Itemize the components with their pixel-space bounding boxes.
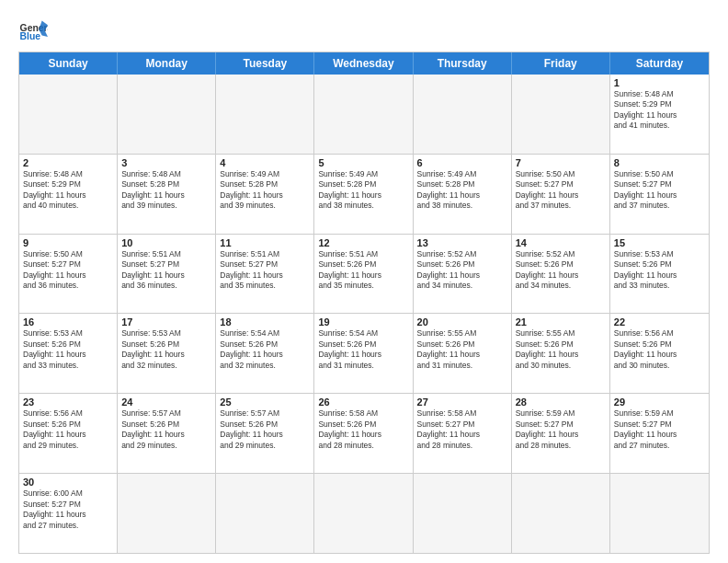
calendar-cell xyxy=(118,75,216,154)
cell-content: Sunrise: 5:50 AM Sunset: 5:27 PM Dayligh… xyxy=(614,169,705,212)
calendar-row-1: 1Sunrise: 5:48 AM Sunset: 5:29 PM Daylig… xyxy=(19,75,709,154)
cell-content: Sunrise: 5:51 AM Sunset: 5:27 PM Dayligh… xyxy=(121,249,211,292)
calendar-cell: 11Sunrise: 5:51 AM Sunset: 5:27 PM Dayli… xyxy=(216,235,314,314)
day-number: 26 xyxy=(318,396,408,408)
header-day-wednesday: Wednesday xyxy=(314,52,413,75)
cell-content: Sunrise: 5:48 AM Sunset: 5:29 PM Dayligh… xyxy=(23,169,113,212)
day-number: 19 xyxy=(318,316,408,327)
calendar-header: SundayMondayTuesdayWednesdayThursdayFrid… xyxy=(19,52,709,75)
calendar-cell: 10Sunrise: 5:51 AM Sunset: 5:27 PM Dayli… xyxy=(118,235,216,314)
header-day-saturday: Saturday xyxy=(610,52,709,75)
cell-content: Sunrise: 5:57 AM Sunset: 5:26 PM Dayligh… xyxy=(121,408,211,451)
calendar-cell xyxy=(610,474,709,553)
day-number: 5 xyxy=(318,157,408,168)
day-number: 13 xyxy=(417,237,507,248)
calendar-cell: 19Sunrise: 5:54 AM Sunset: 5:26 PM Dayli… xyxy=(314,314,413,393)
day-number: 23 xyxy=(23,396,113,408)
cell-content: Sunrise: 5:55 AM Sunset: 5:26 PM Dayligh… xyxy=(417,328,507,371)
calendar-cell: 20Sunrise: 5:55 AM Sunset: 5:26 PM Dayli… xyxy=(414,314,512,393)
cell-content: Sunrise: 5:54 AM Sunset: 5:26 PM Dayligh… xyxy=(220,328,310,371)
calendar-cell: 18Sunrise: 5:54 AM Sunset: 5:26 PM Dayli… xyxy=(216,314,314,393)
cell-content: Sunrise: 6:00 AM Sunset: 5:27 PM Dayligh… xyxy=(23,488,113,531)
calendar-cell: 2Sunrise: 5:48 AM Sunset: 5:29 PM Daylig… xyxy=(19,155,118,234)
calendar-cell: 1Sunrise: 5:48 AM Sunset: 5:29 PM Daylig… xyxy=(610,75,709,154)
cell-content: Sunrise: 5:51 AM Sunset: 5:26 PM Dayligh… xyxy=(318,249,408,292)
day-number: 21 xyxy=(516,316,606,327)
calendar-cell: 4Sunrise: 5:49 AM Sunset: 5:28 PM Daylig… xyxy=(216,155,314,234)
header-day-friday: Friday xyxy=(512,52,610,75)
calendar-cell: 22Sunrise: 5:56 AM Sunset: 5:26 PM Dayli… xyxy=(610,314,709,393)
calendar-row-4: 16Sunrise: 5:53 AM Sunset: 5:26 PM Dayli… xyxy=(19,313,709,393)
day-number: 22 xyxy=(614,316,705,327)
calendar-cell: 12Sunrise: 5:51 AM Sunset: 5:26 PM Dayli… xyxy=(314,235,413,314)
calendar-cell xyxy=(118,474,216,553)
calendar-cell: 21Sunrise: 5:55 AM Sunset: 5:26 PM Dayli… xyxy=(512,314,610,393)
header-day-thursday: Thursday xyxy=(414,52,512,75)
cell-content: Sunrise: 5:48 AM Sunset: 5:29 PM Dayligh… xyxy=(614,89,705,132)
calendar-cell xyxy=(414,474,512,553)
calendar-row-6: 30Sunrise: 6:00 AM Sunset: 5:27 PM Dayli… xyxy=(19,473,709,553)
day-number: 17 xyxy=(121,316,211,327)
calendar-cell: 23Sunrise: 5:56 AM Sunset: 5:26 PM Dayli… xyxy=(19,394,118,473)
calendar-cell: 30Sunrise: 6:00 AM Sunset: 5:27 PM Dayli… xyxy=(19,474,118,553)
calendar-cell xyxy=(314,474,413,553)
cell-content: Sunrise: 5:58 AM Sunset: 5:27 PM Dayligh… xyxy=(417,408,507,451)
calendar-cell: 7Sunrise: 5:50 AM Sunset: 5:27 PM Daylig… xyxy=(512,155,610,234)
calendar-row-2: 2Sunrise: 5:48 AM Sunset: 5:29 PM Daylig… xyxy=(19,154,709,234)
calendar-cell: 14Sunrise: 5:52 AM Sunset: 5:26 PM Dayli… xyxy=(512,235,610,314)
calendar: SundayMondayTuesdayWednesdayThursdayFrid… xyxy=(18,52,710,554)
calendar-cell: 13Sunrise: 5:52 AM Sunset: 5:26 PM Dayli… xyxy=(414,235,512,314)
day-number: 3 xyxy=(121,157,211,168)
cell-content: Sunrise: 5:53 AM Sunset: 5:26 PM Dayligh… xyxy=(614,249,705,292)
day-number: 7 xyxy=(516,157,606,168)
calendar-cell xyxy=(512,474,610,553)
cell-content: Sunrise: 5:59 AM Sunset: 5:27 PM Dayligh… xyxy=(516,408,606,451)
calendar-cell: 27Sunrise: 5:58 AM Sunset: 5:27 PM Dayli… xyxy=(414,394,512,473)
day-number: 14 xyxy=(516,237,606,248)
calendar-cell: 16Sunrise: 5:53 AM Sunset: 5:26 PM Dayli… xyxy=(19,314,118,393)
cell-content: Sunrise: 5:57 AM Sunset: 5:26 PM Dayligh… xyxy=(220,408,310,451)
svg-text:Blue: Blue xyxy=(20,31,41,41)
day-number: 24 xyxy=(121,396,211,408)
calendar-cell: 6Sunrise: 5:49 AM Sunset: 5:28 PM Daylig… xyxy=(414,155,512,234)
day-number: 16 xyxy=(23,316,113,327)
day-number: 4 xyxy=(220,157,310,168)
day-number: 15 xyxy=(614,237,705,248)
day-number: 11 xyxy=(220,237,310,248)
calendar-cell: 28Sunrise: 5:59 AM Sunset: 5:27 PM Dayli… xyxy=(512,394,610,473)
day-number: 18 xyxy=(220,316,310,327)
calendar-cell: 3Sunrise: 5:48 AM Sunset: 5:28 PM Daylig… xyxy=(118,155,216,234)
day-number: 2 xyxy=(23,157,113,168)
cell-content: Sunrise: 5:53 AM Sunset: 5:26 PM Dayligh… xyxy=(23,328,113,371)
calendar-cell: 26Sunrise: 5:58 AM Sunset: 5:26 PM Dayli… xyxy=(314,394,413,473)
cell-content: Sunrise: 5:49 AM Sunset: 5:28 PM Dayligh… xyxy=(417,169,507,212)
day-number: 27 xyxy=(417,396,507,408)
cell-content: Sunrise: 5:59 AM Sunset: 5:27 PM Dayligh… xyxy=(614,408,705,451)
calendar-cell: 15Sunrise: 5:53 AM Sunset: 5:26 PM Dayli… xyxy=(610,235,709,314)
cell-content: Sunrise: 5:49 AM Sunset: 5:28 PM Dayligh… xyxy=(318,169,408,212)
day-number: 12 xyxy=(318,237,408,248)
header: General Blue xyxy=(18,15,710,44)
calendar-cell xyxy=(512,75,610,154)
header-day-monday: Monday xyxy=(118,52,216,75)
day-number: 1 xyxy=(614,77,705,88)
cell-content: Sunrise: 5:56 AM Sunset: 5:26 PM Dayligh… xyxy=(614,328,705,371)
calendar-cell: 8Sunrise: 5:50 AM Sunset: 5:27 PM Daylig… xyxy=(610,155,709,234)
calendar-row-5: 23Sunrise: 5:56 AM Sunset: 5:26 PM Dayli… xyxy=(19,393,709,473)
day-number: 8 xyxy=(614,157,705,168)
calendar-cell: 5Sunrise: 5:49 AM Sunset: 5:28 PM Daylig… xyxy=(314,155,413,234)
cell-content: Sunrise: 5:51 AM Sunset: 5:27 PM Dayligh… xyxy=(220,249,310,292)
cell-content: Sunrise: 5:50 AM Sunset: 5:27 PM Dayligh… xyxy=(516,169,606,212)
day-number: 10 xyxy=(121,237,211,248)
day-number: 9 xyxy=(23,237,113,248)
calendar-cell xyxy=(19,75,118,154)
day-number: 6 xyxy=(417,157,507,168)
calendar-row-3: 9Sunrise: 5:50 AM Sunset: 5:27 PM Daylig… xyxy=(19,234,709,314)
calendar-cell: 24Sunrise: 5:57 AM Sunset: 5:26 PM Dayli… xyxy=(118,394,216,473)
day-number: 28 xyxy=(516,396,606,408)
cell-content: Sunrise: 5:49 AM Sunset: 5:28 PM Dayligh… xyxy=(220,169,310,212)
cell-content: Sunrise: 5:48 AM Sunset: 5:28 PM Dayligh… xyxy=(121,169,211,212)
calendar-cell xyxy=(216,75,314,154)
cell-content: Sunrise: 5:53 AM Sunset: 5:26 PM Dayligh… xyxy=(121,328,211,371)
calendar-cell xyxy=(414,75,512,154)
